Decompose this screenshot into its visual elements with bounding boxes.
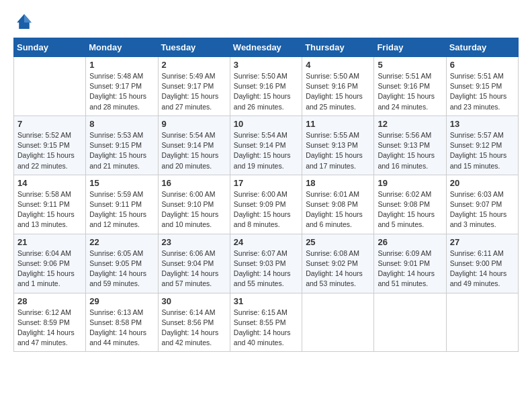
day-number: 25: [306, 237, 370, 247]
calendar-week-row: 14Sunrise: 5:58 AMSunset: 9:11 PMDayligh…: [14, 175, 519, 234]
day-info: Sunrise: 5:51 AMSunset: 9:16 PMDaylight:…: [378, 71, 442, 112]
calendar-cell: 12Sunrise: 5:56 AMSunset: 9:13 PMDayligh…: [374, 116, 446, 175]
day-info: Sunrise: 6:08 AMSunset: 9:02 PMDaylight:…: [306, 248, 370, 289]
day-number: 4: [306, 60, 370, 70]
day-number: 31: [234, 296, 298, 306]
calendar-cell: 17Sunrise: 6:00 AMSunset: 9:09 PMDayligh…: [230, 175, 302, 234]
calendar-table: SundayMondayTuesdayWednesdayThursdayFrid…: [13, 38, 519, 352]
calendar-cell: 26Sunrise: 6:09 AMSunset: 9:01 PMDayligh…: [374, 234, 446, 293]
calendar-cell: 7Sunrise: 5:52 AMSunset: 9:15 PMDaylight…: [14, 116, 86, 175]
day-info: Sunrise: 6:05 AMSunset: 9:05 PMDaylight:…: [89, 248, 154, 289]
day-info: Sunrise: 5:59 AMSunset: 9:11 PMDaylight:…: [89, 189, 154, 230]
calendar-cell: 29Sunrise: 6:13 AMSunset: 8:58 PMDayligh…: [86, 293, 158, 352]
day-info: Sunrise: 6:01 AMSunset: 9:08 PMDaylight:…: [306, 189, 370, 230]
calendar-cell: 25Sunrise: 6:08 AMSunset: 9:02 PMDayligh…: [302, 234, 374, 293]
calendar-header-tuesday: Tuesday: [158, 38, 230, 57]
day-info: Sunrise: 6:03 AMSunset: 9:07 PMDaylight:…: [450, 189, 515, 230]
day-number: 5: [378, 60, 442, 70]
calendar-week-row: 7Sunrise: 5:52 AMSunset: 9:15 PMDaylight…: [14, 116, 519, 175]
calendar-cell: 1Sunrise: 5:48 AMSunset: 9:17 PMDaylight…: [86, 57, 158, 116]
day-info: Sunrise: 6:13 AMSunset: 8:58 PMDaylight:…: [89, 308, 154, 349]
day-number: 15: [89, 178, 154, 188]
day-info: Sunrise: 5:52 AMSunset: 9:15 PMDaylight:…: [17, 130, 82, 171]
day-info: Sunrise: 6:02 AMSunset: 9:08 PMDaylight:…: [378, 189, 442, 230]
day-info: Sunrise: 6:11 AMSunset: 9:00 PMDaylight:…: [450, 248, 515, 289]
day-number: 24: [234, 237, 298, 247]
calendar-cell: [302, 293, 374, 352]
calendar-week-row: 1Sunrise: 5:48 AMSunset: 9:17 PMDaylight…: [14, 57, 519, 116]
calendar-header-wednesday: Wednesday: [230, 38, 302, 57]
calendar-cell: 31Sunrise: 6:15 AMSunset: 8:55 PMDayligh…: [230, 293, 302, 352]
day-info: Sunrise: 5:50 AMSunset: 9:16 PMDaylight:…: [306, 71, 370, 112]
day-number: 20: [450, 178, 515, 188]
calendar-week-row: 28Sunrise: 6:12 AMSunset: 8:59 PMDayligh…: [14, 293, 519, 352]
calendar-cell: 14Sunrise: 5:58 AMSunset: 9:11 PMDayligh…: [14, 175, 86, 234]
day-number: 12: [378, 119, 442, 129]
header: [13, 12, 519, 31]
day-info: Sunrise: 5:54 AMSunset: 9:14 PMDaylight:…: [162, 130, 226, 171]
calendar-cell: 21Sunrise: 6:04 AMSunset: 9:06 PMDayligh…: [14, 234, 86, 293]
day-info: Sunrise: 5:58 AMSunset: 9:11 PMDaylight:…: [17, 189, 82, 230]
day-info: Sunrise: 5:49 AMSunset: 9:17 PMDaylight:…: [162, 71, 226, 112]
day-number: 6: [450, 60, 515, 70]
day-info: Sunrise: 5:51 AMSunset: 9:15 PMDaylight:…: [450, 71, 515, 112]
calendar-cell: 16Sunrise: 6:00 AMSunset: 9:10 PMDayligh…: [158, 175, 230, 234]
day-info: Sunrise: 6:09 AMSunset: 9:01 PMDaylight:…: [378, 248, 442, 289]
day-info: Sunrise: 6:07 AMSunset: 9:03 PMDaylight:…: [234, 248, 298, 289]
calendar-cell: 28Sunrise: 6:12 AMSunset: 8:59 PMDayligh…: [14, 293, 86, 352]
calendar-header-thursday: Thursday: [302, 38, 374, 57]
calendar-week-row: 21Sunrise: 6:04 AMSunset: 9:06 PMDayligh…: [14, 234, 519, 293]
logo-icon: [15, 12, 34, 31]
day-number: 18: [306, 178, 370, 188]
day-number: 17: [234, 178, 298, 188]
calendar-cell: 2Sunrise: 5:49 AMSunset: 9:17 PMDaylight…: [158, 57, 230, 116]
day-info: Sunrise: 6:14 AMSunset: 8:56 PMDaylight:…: [162, 308, 226, 349]
day-info: Sunrise: 5:55 AMSunset: 9:13 PMDaylight:…: [306, 130, 370, 171]
day-info: Sunrise: 6:15 AMSunset: 8:55 PMDaylight:…: [234, 308, 298, 349]
svg-marker-1: [24, 14, 32, 22]
calendar-header-friday: Friday: [374, 38, 446, 57]
day-number: 27: [450, 237, 515, 247]
day-number: 22: [89, 237, 154, 247]
calendar-cell: 11Sunrise: 5:55 AMSunset: 9:13 PMDayligh…: [302, 116, 374, 175]
day-info: Sunrise: 6:06 AMSunset: 9:04 PMDaylight:…: [162, 248, 226, 289]
day-number: 1: [89, 60, 154, 70]
day-number: 10: [234, 119, 298, 129]
day-info: Sunrise: 5:50 AMSunset: 9:16 PMDaylight:…: [234, 71, 298, 112]
day-number: 26: [378, 237, 442, 247]
day-number: 3: [234, 60, 298, 70]
calendar-cell: 30Sunrise: 6:14 AMSunset: 8:56 PMDayligh…: [158, 293, 230, 352]
logo: [13, 12, 34, 31]
day-number: 2: [162, 60, 226, 70]
calendar-cell: 9Sunrise: 5:54 AMSunset: 9:14 PMDaylight…: [158, 116, 230, 175]
day-info: Sunrise: 5:54 AMSunset: 9:14 PMDaylight:…: [234, 130, 298, 171]
calendar-header-row: SundayMondayTuesdayWednesdayThursdayFrid…: [14, 38, 519, 57]
calendar-cell: [14, 57, 86, 116]
day-info: Sunrise: 5:57 AMSunset: 9:12 PMDaylight:…: [450, 130, 515, 171]
day-number: 19: [378, 178, 442, 188]
calendar-cell: 23Sunrise: 6:06 AMSunset: 9:04 PMDayligh…: [158, 234, 230, 293]
calendar-cell: [446, 293, 518, 352]
day-info: Sunrise: 6:12 AMSunset: 8:59 PMDaylight:…: [17, 308, 82, 349]
page: SundayMondayTuesdayWednesdayThursdayFrid…: [0, 0, 532, 364]
calendar-cell: 13Sunrise: 5:57 AMSunset: 9:12 PMDayligh…: [446, 116, 518, 175]
day-info: Sunrise: 5:53 AMSunset: 9:15 PMDaylight:…: [89, 130, 154, 171]
day-info: Sunrise: 5:48 AMSunset: 9:17 PMDaylight:…: [89, 71, 154, 112]
calendar-cell: 5Sunrise: 5:51 AMSunset: 9:16 PMDaylight…: [374, 57, 446, 116]
calendar-cell: 6Sunrise: 5:51 AMSunset: 9:15 PMDaylight…: [446, 57, 518, 116]
day-number: 14: [17, 178, 82, 188]
calendar-header-saturday: Saturday: [446, 38, 518, 57]
calendar-cell: 19Sunrise: 6:02 AMSunset: 9:08 PMDayligh…: [374, 175, 446, 234]
day-number: 28: [17, 296, 82, 306]
day-number: 16: [162, 178, 226, 188]
calendar-cell: 27Sunrise: 6:11 AMSunset: 9:00 PMDayligh…: [446, 234, 518, 293]
day-info: Sunrise: 5:56 AMSunset: 9:13 PMDaylight:…: [378, 130, 442, 171]
day-number: 8: [89, 119, 154, 129]
day-number: 29: [89, 296, 154, 306]
day-number: 7: [17, 119, 82, 129]
calendar-cell: 20Sunrise: 6:03 AMSunset: 9:07 PMDayligh…: [446, 175, 518, 234]
calendar-header-sunday: Sunday: [14, 38, 86, 57]
calendar-cell: [374, 293, 446, 352]
day-number: 21: [17, 237, 82, 247]
calendar-cell: 15Sunrise: 5:59 AMSunset: 9:11 PMDayligh…: [86, 175, 158, 234]
